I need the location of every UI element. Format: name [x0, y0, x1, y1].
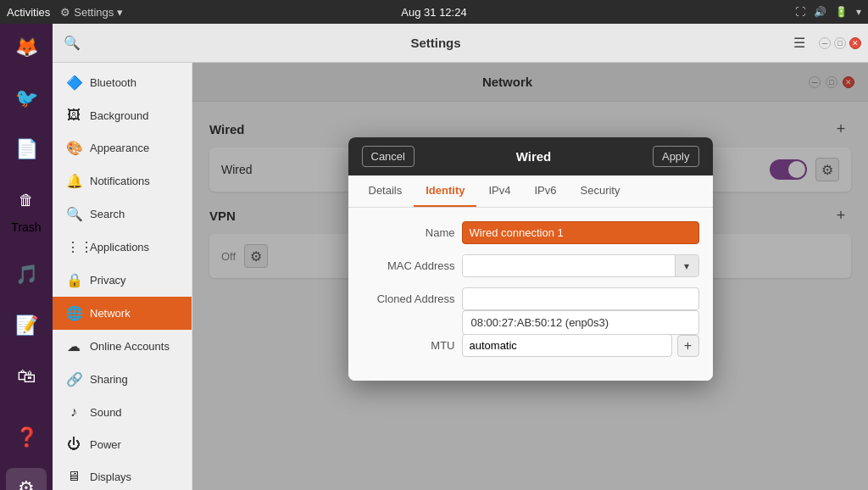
mac-address-input[interactable] [463, 255, 675, 276]
displays-icon: 🖥 [66, 469, 81, 484]
sidebar-item-online-accounts[interactable]: ☁ Online Accounts [53, 330, 192, 363]
sidebar-item-displays[interactable]: 🖥 Displays [53, 460, 192, 490]
name-label: Name [362, 226, 455, 239]
settings-icon-top: ⚙ [60, 6, 70, 19]
sidebar-item-label-background: Background [90, 109, 148, 122]
battery-sys-icon[interactable]: 🔋 [835, 6, 848, 18]
network-icon: 🌐 [66, 305, 81, 321]
appstore-icon[interactable]: 🛍 [6, 356, 47, 397]
sound-icon: ♪ [66, 404, 81, 420]
sidebar-item-notifications[interactable]: 🔔 Notifications [53, 164, 192, 198]
tab-identity[interactable]: Identity [414, 175, 476, 207]
sidebar-item-bluetooth[interactable]: 🔷 Bluetooth [53, 66, 192, 99]
sharing-icon: 🔗 [66, 371, 81, 387]
wired-dialog: Cancel Wired Apply Details Identity IPv4… [348, 137, 713, 381]
sidebar-item-label-displays: Displays [90, 471, 131, 483]
help-icon[interactable]: ❓ [6, 417, 47, 458]
settings-indicator[interactable]: ⚙ Settings ▾ [60, 6, 123, 19]
taskbar-help[interactable]: ❓ [6, 417, 47, 458]
sidebar: 🔷 Bluetooth 🖼 Background 🎨 Appearance 🔔 … [53, 63, 192, 490]
sidebar-item-sharing[interactable]: 🔗 Sharing [53, 363, 192, 396]
taskbar-files[interactable]: 📄 [6, 129, 47, 170]
sidebar-item-applications[interactable]: ⋮⋮ Applications [53, 231, 192, 264]
notifications-icon: 🔔 [66, 173, 81, 189]
dialog-titlebar: Cancel Wired Apply [348, 137, 713, 175]
cloned-address-input[interactable] [462, 287, 699, 310]
thunderbird-icon[interactable]: 🐦 [6, 78, 47, 119]
close-button[interactable]: ✕ [849, 37, 861, 49]
appearance-icon: 🎨 [66, 140, 81, 156]
settings-body: 🔷 Bluetooth 🖼 Background 🎨 Appearance 🔔 … [53, 63, 868, 490]
tab-details[interactable]: Details [357, 175, 415, 207]
sidebar-item-sound[interactable]: ♪ Sound [53, 396, 192, 428]
minimize-button[interactable]: ─ [819, 37, 831, 49]
sidebar-item-label-network: Network [90, 307, 131, 320]
mtu-row: MTU + [362, 334, 699, 357]
bluetooth-icon: 🔷 [66, 75, 81, 91]
sidebar-item-network[interactable]: 🌐 Network [53, 297, 192, 330]
audio-sys-icon[interactable]: 🔊 [814, 6, 826, 18]
sidebar-item-label-privacy: Privacy [90, 274, 126, 287]
mtu-input[interactable] [462, 334, 672, 357]
network-main-content: Network ─ □ ✕ Wired + Wired [192, 63, 868, 490]
main-layout: 🦊 🐦 📄 🗑 Trash 🎵 📝 🛍 ❓ ⚙ ⋮⋮⋮ [0, 24, 868, 490]
settings-dropdown-arrow: ▾ [117, 6, 123, 19]
mac-address-label: MAC Address [362, 259, 455, 272]
cloned-address-row: Cloned Address 08:00:27:AB:50:12 (enp0s3… [362, 287, 699, 310]
settings-titlebar: 🔍 Settings ☰ ─ □ ✕ [53, 24, 868, 63]
sidebar-item-label-applications: Applications [90, 241, 149, 253]
sidebar-item-power[interactable]: ⏻ Power [53, 428, 192, 460]
sidebar-item-label-search: Search [90, 208, 125, 220]
tab-ipv6[interactable]: IPv6 [523, 175, 569, 207]
background-icon: 🖼 [66, 108, 81, 123]
mac-address-dropdown-button[interactable]: ▾ [675, 255, 698, 276]
mtu-label: MTU [362, 339, 455, 352]
network-sys-icon[interactable]: ⛶ [795, 6, 805, 18]
mtu-add-button[interactable]: + [677, 335, 699, 357]
taskbar-trash[interactable]: 🗑 Trash [6, 180, 47, 234]
sidebar-item-label-power: Power [90, 438, 121, 451]
dialog-overlay: Cancel Wired Apply Details Identity IPv4… [192, 63, 868, 490]
search-icon: 🔍 [66, 206, 81, 222]
taskbar-settings[interactable]: ⚙ [6, 468, 47, 490]
tab-security[interactable]: Security [569, 175, 632, 207]
sidebar-item-privacy[interactable]: 🔒 Privacy [53, 264, 192, 297]
trash-icon[interactable]: 🗑 [6, 180, 47, 220]
cloned-address-suggestion[interactable]: 08:00:27:AB:50:12 (enp0s3) [462, 310, 699, 335]
dialog-body: Name MAC Address ▾ [348, 208, 713, 381]
dialog-cancel-button[interactable]: Cancel [362, 146, 415, 167]
taskbar-libreoffice[interactable]: 📝 [6, 305, 47, 346]
window-controls: ─ □ ✕ [819, 37, 861, 49]
maximize-button[interactable]: □ [834, 37, 846, 49]
taskbar: 🦊 🐦 📄 🗑 Trash 🎵 📝 🛍 ❓ ⚙ ⋮⋮⋮ [0, 24, 53, 490]
rhythmbox-icon[interactable]: 🎵 [6, 254, 47, 295]
sidebar-item-appearance[interactable]: 🎨 Appearance [53, 131, 192, 164]
cloned-address-wrapper: 08:00:27:AB:50:12 (enp0s3) [462, 287, 699, 310]
activities-button[interactable]: Activities [7, 6, 50, 19]
settings-search-button[interactable]: 🔍 [59, 31, 85, 56]
mac-address-row: MAC Address ▾ [362, 254, 699, 277]
mac-address-input-wrapper: ▾ [462, 254, 699, 277]
sidebar-item-label-bluetooth: Bluetooth [90, 76, 136, 89]
dialog-apply-button[interactable]: Apply [653, 146, 699, 167]
firefox-icon[interactable]: 🦊 [6, 27, 47, 68]
name-input[interactable] [462, 221, 699, 244]
settings-menu-button[interactable]: ☰ [787, 31, 812, 56]
taskbar-firefox[interactable]: 🦊 [6, 27, 47, 68]
settings-dock-icon[interactable]: ⚙ [6, 468, 47, 490]
datetime: Aug 31 12:24 [401, 6, 466, 19]
power-sys-icon[interactable]: ▾ [856, 6, 861, 18]
libreoffice-icon[interactable]: 📝 [6, 305, 47, 346]
name-field-row: Name [362, 221, 699, 244]
settings-window: 🔍 Settings ☰ ─ □ ✕ 🔷 Bluetooth 🖼 Backgro… [53, 24, 868, 490]
tab-ipv4[interactable]: IPv4 [476, 175, 522, 207]
sidebar-item-background[interactable]: 🖼 Background [53, 99, 192, 131]
taskbar-rhythmbox[interactable]: 🎵 [6, 254, 47, 295]
taskbar-appstore[interactable]: 🛍 [6, 356, 47, 397]
sidebar-item-label-notifications: Notifications [90, 175, 150, 187]
online-accounts-icon: ☁ [66, 338, 81, 354]
taskbar-thunderbird[interactable]: 🐦 [6, 78, 47, 119]
dialog-tabs: Details Identity IPv4 IPv6 Security [348, 175, 713, 208]
files-icon[interactable]: 📄 [6, 129, 47, 170]
sidebar-item-search[interactable]: 🔍 Search [53, 198, 192, 231]
